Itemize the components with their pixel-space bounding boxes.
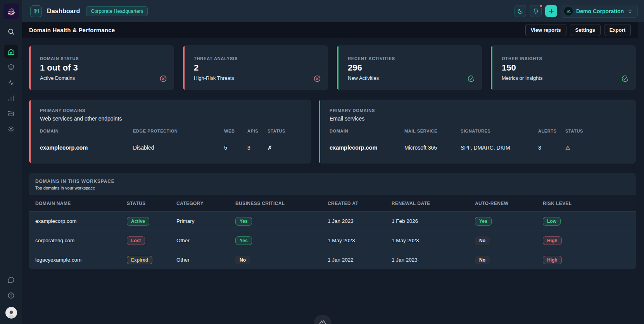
- app-title: Dashboard: [47, 8, 80, 15]
- add-button[interactable]: [545, 5, 557, 17]
- business-critical-badge: Yes: [235, 217, 252, 226]
- x-circle-icon: [159, 75, 167, 84]
- info-icon[interactable]: [4, 288, 18, 302]
- panel-label: PRIMARY DOMAINS: [40, 108, 304, 113]
- col-apis: APIS: [247, 129, 268, 133]
- stat-sub: Active Domains: [40, 75, 165, 81]
- col-domain: DOMAIN: [40, 129, 133, 133]
- x-circle-icon: [313, 75, 321, 84]
- domain-name-cell: legacyexample.com: [35, 257, 127, 263]
- stat-label: THREAT ANALYSIS: [194, 56, 319, 61]
- auto-renew-badge: No: [475, 236, 490, 245]
- check-circle-icon: [467, 75, 475, 84]
- topbar: Dashboard Corporate Headquarters Demo Co…: [22, 0, 644, 22]
- risk-level-badge: High: [543, 236, 562, 245]
- sidebar-item-security[interactable]: [4, 60, 18, 74]
- sidebar-item-home[interactable]: [4, 45, 18, 59]
- domain-name-cell: corporatehq.com: [35, 238, 127, 243]
- domain-cell: examplecorp.com: [40, 145, 133, 151]
- status-badge: Active: [127, 217, 149, 226]
- stat-label: OTHER INSIGHTS: [502, 56, 627, 61]
- page-title: Domain Health & Performance: [29, 27, 115, 33]
- stat-cards-row: DOMAIN STATUS 1 out of 3 Active Domains …: [29, 45, 636, 90]
- col-alerts: ALERTS: [538, 129, 565, 133]
- stat-sub: New Activities: [348, 75, 473, 81]
- stat-label: RECENT ACTIVITIES: [348, 56, 473, 61]
- col-domain-name: DOMAIN NAME: [35, 201, 127, 206]
- risk-level-badge: High: [543, 256, 562, 264]
- sidebar-item-files[interactable]: [4, 107, 18, 121]
- edge-protection-cell: Disabled: [133, 145, 224, 151]
- sidebar: [0, 0, 22, 324]
- stat-label: DOMAIN STATUS: [40, 56, 165, 61]
- stat-card-threat-analysis[interactable]: THREAT ANALYSIS 2 High-Risk Threats: [183, 45, 328, 90]
- main-content: DOMAIN STATUS 1 out of 3 Active Domains …: [22, 38, 644, 324]
- sidebar-item-analytics[interactable]: [4, 91, 18, 105]
- created-at-cell: 1 Jan 2022: [328, 257, 392, 263]
- panel-label: PRIMARY DOMAINS: [330, 108, 628, 113]
- business-critical-badge: No: [235, 256, 250, 264]
- col-category: CATEGORY: [176, 201, 235, 206]
- renewal-date-cell: 1 Jan 2023: [392, 257, 475, 263]
- org-mountain-icon: [564, 7, 573, 16]
- sidebar-bottom: [4, 272, 18, 324]
- topbar-actions: Demo Corporation: [514, 5, 638, 18]
- sidebar-toggle-icon[interactable]: [30, 5, 42, 17]
- workspace-badge[interactable]: Corporate Headquarters: [86, 6, 148, 16]
- view-reports-button[interactable]: View reports: [525, 24, 566, 36]
- col-web: WEB: [224, 129, 247, 133]
- table-header: DOMAIN EDGE PROTECTION WEB APIS STATUS: [40, 129, 304, 138]
- stat-card-domain-status[interactable]: DOMAIN STATUS 1 out of 3 Active Domains: [29, 45, 174, 90]
- col-status: STATUS: [268, 129, 304, 133]
- category-cell: Other: [176, 257, 235, 263]
- chat-icon[interactable]: [4, 273, 18, 287]
- notifications-bell-icon[interactable]: [530, 5, 542, 17]
- table-row[interactable]: legacyexample.com Expired Other No 1 Jan…: [29, 250, 636, 269]
- created-at-cell: 1 Jan 2023: [328, 218, 392, 224]
- domain-cell: examplecorp.com: [330, 145, 404, 151]
- chevron-up-down-icon: [627, 9, 633, 14]
- settings-button[interactable]: Settings: [570, 24, 601, 36]
- domain-name-cell: examplecorp.com: [35, 218, 127, 224]
- business-critical-badge: Yes: [235, 236, 252, 245]
- table-header: DOMAIN MAIL SERVICE SIGNATURES ALERTS ST…: [330, 129, 628, 138]
- auto-renew-badge: No: [475, 256, 490, 264]
- email-services-panel: PRIMARY DOMAINS Email services DOMAIN MA…: [319, 100, 636, 164]
- stat-card-recent-activities[interactable]: RECENT ACTIVITIES 296 New Activities: [337, 45, 482, 90]
- col-risk-level: RISK LEVEL: [543, 201, 630, 206]
- table-row[interactable]: examplecorp.com Microsoft 365 SPF, DMARC…: [330, 145, 628, 151]
- web-count-cell: 5: [224, 145, 247, 151]
- theme-toggle-moon-icon[interactable]: [514, 5, 526, 17]
- stat-sub: Metrics or Insights: [502, 75, 627, 81]
- org-switcher[interactable]: Demo Corporation: [561, 5, 638, 18]
- app-logo[interactable]: [0, 0, 22, 22]
- signatures-cell: SPF, DMARC, DKIM: [461, 145, 538, 151]
- workspace-domains-panel: DOMAINS IN THIS WORKSPACE Top domains in…: [29, 173, 636, 269]
- table-row[interactable]: corporatehq.com Lost Other Yes 1 May 202…: [29, 231, 636, 250]
- user-avatar[interactable]: [5, 307, 17, 319]
- page-header: Domain Health & Performance View reports…: [22, 22, 638, 38]
- status-fail-icon: ✗: [268, 145, 304, 151]
- panel-subtitle: Web services and other endpoints: [40, 115, 304, 122]
- mail-service-cell: Microsoft 365: [404, 145, 461, 151]
- sidebar-item-settings[interactable]: [4, 122, 18, 136]
- primary-domains-row: PRIMARY DOMAINS Web services and other e…: [29, 100, 636, 164]
- col-created-at: CREATED AT: [328, 201, 392, 206]
- col-mail-service: MAIL SERVICE: [404, 129, 461, 133]
- col-auto-renew: AUTO-RENEW: [475, 201, 543, 206]
- col-status: STATUS: [565, 129, 628, 133]
- col-domain: DOMAIN: [330, 129, 404, 133]
- renewal-date-cell: 1 Feb 2026: [392, 218, 475, 224]
- stat-value: 1 out of 3: [40, 63, 165, 73]
- export-button[interactable]: Export: [604, 24, 631, 36]
- table-row[interactable]: examplecorp.com Disabled 5 3 ✗: [40, 145, 304, 151]
- search-icon[interactable]: [4, 24, 18, 38]
- workspace-panel-subtitle: Top domains in your workspace: [35, 186, 630, 190]
- table-row[interactable]: examplecorp.com Active Primary Yes 1 Jan…: [29, 211, 636, 231]
- created-at-cell: 1 May 2023: [328, 238, 392, 243]
- category-cell: Primary: [176, 218, 235, 224]
- risk-level-badge: Low: [543, 217, 561, 226]
- sidebar-item-activity[interactable]: [4, 76, 18, 90]
- table-header: DOMAIN NAME STATUS CATEGORY BUSINESS CRI…: [29, 195, 636, 211]
- stat-card-other-insights[interactable]: OTHER INSIGHTS 150 Metrics or Insights: [491, 45, 636, 90]
